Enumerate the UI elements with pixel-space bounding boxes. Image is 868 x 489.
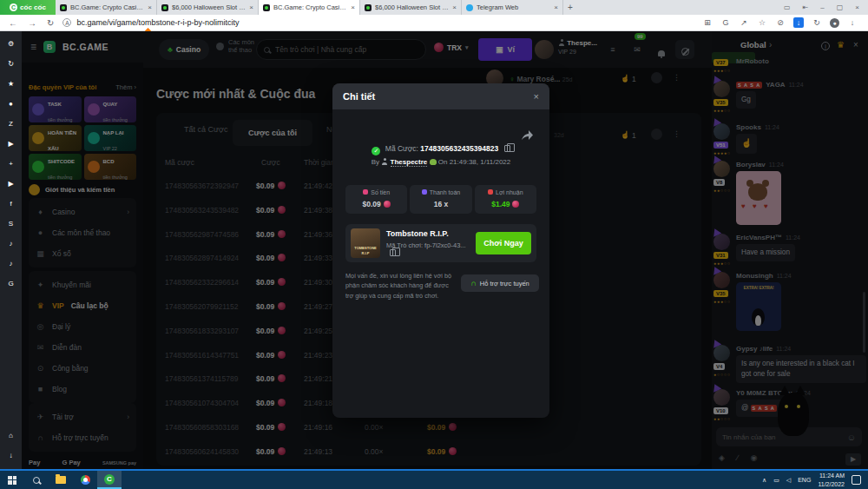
browser-tab[interactable]: $6,000 Halloween Slot Battl × — [360, 0, 462, 15]
file-explorer-icon[interactable] — [49, 471, 73, 489]
chrome-icon[interactable] — [73, 471, 97, 489]
stat-value: $1.49 — [491, 200, 519, 208]
coccoc-app-icon[interactable]: + — [5, 158, 17, 170]
minimize-button[interactable]: – — [820, 3, 824, 11]
toolbar-icon[interactable]: ↗ — [739, 18, 749, 27]
coccoc-app-icon[interactable]: ⚙ — [5, 38, 17, 50]
toolbar-icons: ⊞ G ↗ ☆ ⊘ ↓ ↻ ● ↓ — [702, 17, 868, 28]
play-now-button[interactable]: Chơi Ngay — [476, 232, 531, 254]
stat-label: Thanh toán — [430, 189, 460, 195]
window-controls: ▭ ⇤ – ▢ × — [784, 0, 868, 15]
bcgame-page: ≡ B BC.GAME Đặc quyền VIP của tôi Thêm ›… — [22, 31, 868, 469]
close-button[interactable]: × — [855, 3, 859, 11]
tab-favicon — [365, 4, 372, 11]
coccoc-app-icon[interactable]: ● — [5, 98, 17, 110]
tab-favicon — [161, 4, 168, 11]
coccoc-logo-icon: C — [10, 3, 17, 11]
pip-icon[interactable]: ▭ — [784, 3, 791, 11]
coccoc-brand-label: cốc cốc — [20, 3, 46, 11]
toolbar-icon[interactable]: G — [720, 18, 731, 27]
tab-close-icon[interactable]: × — [452, 3, 457, 11]
copy-icon[interactable] — [390, 249, 396, 256]
tab-favicon — [263, 4, 270, 11]
coccoc-bottom-icons: ⌂ ↓ — [5, 430, 17, 462]
coccoc-sidebar: ⚙ ↻ ★ ● Z ▶ + ▶ f S ♪ ♪ — [0, 31, 22, 469]
tab-strip: BC.Game: Crypto Casino Gan × $6,000 Hall… — [56, 0, 563, 15]
game-code: fp-7l2xc0-43... — [424, 241, 466, 249]
game-title: Tombstone R.I.P. — [386, 229, 470, 238]
windows-taskbar: C ∧ ▭ ◁ ENG 11:24 AM11/2/2022 — [0, 469, 868, 489]
action-center-icon[interactable] — [852, 475, 861, 485]
coccoc-app-icon[interactable]: Z — [5, 118, 17, 130]
bet-datetime: 21:49:38, 1/11/2022 — [450, 158, 511, 166]
game-thumbnail[interactable]: TOMBSTONE R.I.P — [351, 228, 380, 258]
bet-stats: Số tiền $0.09 Thanh toán 16 x Lợi nhuận … — [345, 185, 536, 214]
copy-icon[interactable] — [504, 145, 510, 152]
taskbar-search-icon[interactable] — [24, 471, 49, 489]
coccoc-app-icon[interactable]: ♪ — [5, 258, 17, 270]
toolbar-icon[interactable]: ● — [830, 18, 839, 28]
coccoc-app-icon[interactable]: ⌂ — [5, 430, 17, 442]
stat-box: Thanh toán 16 x — [410, 185, 471, 214]
coccoc-app-icon[interactable]: ▶ — [5, 178, 17, 190]
share-icon[interactable] — [520, 129, 534, 144]
coccoc-app-icon[interactable]: ↓ — [5, 450, 17, 462]
tab-title: $6,000 Halloween Slot Battl — [375, 3, 449, 11]
volume-icon[interactable]: ◁ — [786, 477, 791, 484]
browser-tab[interactable]: BC.Game: Crypto Casino Gan × — [259, 0, 360, 15]
toolbar-icon[interactable]: ↓ — [847, 18, 858, 27]
browser-toolbar: ← → ↻ A ⊞ G ↗ ☆ ⊘ ↓ ↻ ● ↓ — [0, 15, 868, 31]
tab-close-icon[interactable]: × — [148, 3, 152, 11]
tab-title: BC.Game: Crypto Casino Gan — [70, 3, 144, 11]
network-icon[interactable]: ▭ — [773, 477, 779, 484]
bet-byline: By Thespectre On 21:49:38, 1/11/2022 — [332, 158, 549, 166]
browser-tab[interactable]: BC.Game: Crypto Casino Gan × — [56, 0, 157, 15]
modal-close-icon[interactable]: × — [534, 91, 539, 102]
toolbar-icon[interactable]: ⊞ — [702, 18, 713, 27]
coccoc-app-icon[interactable]: f — [5, 198, 17, 210]
coccoc-app-icon[interactable]: G — [5, 278, 17, 290]
coccoc-app-icon[interactable]: S — [5, 218, 17, 230]
language-indicator[interactable]: ENG — [798, 477, 811, 483]
coccoc-app-icon[interactable]: ↻ — [5, 58, 17, 70]
bet-id-label: Mã Cược: — [385, 144, 418, 153]
bet-id-value: 1748305632435394823 — [420, 144, 498, 153]
live-support-button[interactable]: ∩ Hỗ trợ trực tuyến — [461, 274, 539, 292]
browser-tab[interactable]: Telegram Web × — [462, 0, 563, 15]
forward-button[interactable]: → — [28, 18, 36, 28]
verified-shield-icon: ✓ — [372, 147, 380, 155]
support-label: Hỗ trợ trực tuyến — [480, 280, 529, 287]
tray-expand-icon[interactable]: ∧ — [762, 477, 766, 484]
coccoc-taskbar-icon[interactable]: C — [97, 471, 122, 489]
reload-button[interactable]: ↻ — [47, 18, 54, 28]
site-info-icon[interactable]: A — [62, 18, 71, 27]
toolbar-icon[interactable]: ↓ — [793, 17, 804, 28]
stat-label: Số tiền — [371, 189, 390, 195]
modal-note: Mọi vấn đề, xin vui lòng liên hệ với bộ … — [345, 271, 458, 301]
player-name[interactable]: Thespectre — [391, 158, 428, 167]
bet-details-modal: Chi tiết × ✓ Mã Cược: 174830563243539482… — [332, 83, 549, 418]
toolbar-icon[interactable]: ↻ — [812, 18, 822, 27]
coccoc-app-icon[interactable]: ▶ — [5, 138, 17, 150]
maximize-button[interactable]: ▢ — [837, 3, 844, 11]
tab-close-icon[interactable]: × — [351, 3, 355, 11]
coccoc-app-icon[interactable]: ♪ — [5, 238, 17, 250]
browser-tab[interactable]: $6,000 Halloween Slot Battl × — [157, 0, 259, 15]
taskbar-clock[interactable]: 11:24 AM11/2/2022 — [818, 472, 845, 487]
stat-value: $0.09 — [363, 200, 391, 208]
tab-close-icon[interactable]: × — [249, 3, 253, 11]
coccoc-app-icon[interactable]: ★ — [5, 78, 17, 90]
sidebar-toggle-icon[interactable]: ⇤ — [803, 3, 809, 11]
toolbar-icon[interactable]: ☆ — [757, 18, 767, 27]
coccoc-top-icons: ⚙ ↻ ★ ● Z ▶ + ▶ f S ♪ ♪ — [5, 38, 17, 290]
coccoc-brand[interactable]: C cốc cốc — [0, 0, 56, 15]
back-button[interactable]: ← — [9, 18, 17, 28]
stat-box: Lợi nhuận $1.49 — [475, 185, 536, 214]
stat-icon — [363, 189, 368, 195]
start-button[interactable] — [0, 471, 24, 489]
stat-box: Số tiền $0.09 — [345, 185, 407, 214]
toolbar-icon[interactable]: ⊘ — [775, 18, 786, 27]
address-bar[interactable] — [76, 18, 702, 27]
new-tab-button[interactable]: + — [563, 0, 577, 15]
tab-close-icon[interactable]: × — [554, 3, 558, 11]
